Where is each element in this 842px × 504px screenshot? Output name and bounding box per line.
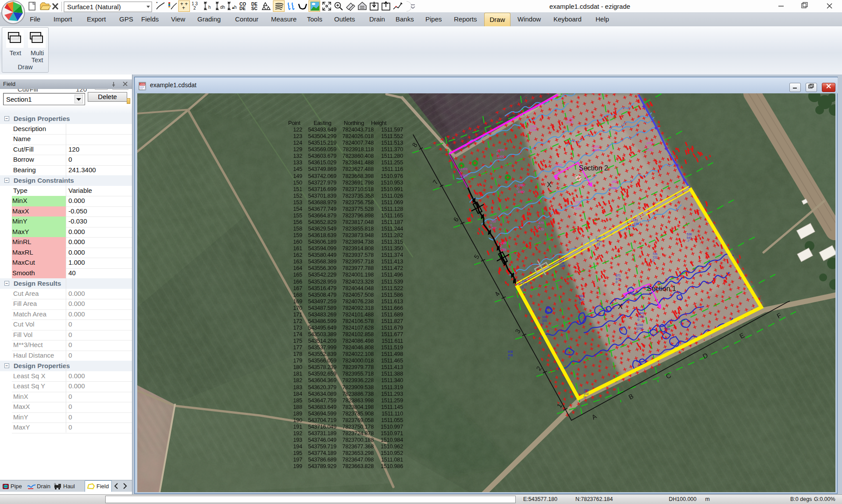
svg-text:0: 0 <box>646 145 647 148</box>
svg-text:-479: -479 <box>538 228 544 231</box>
svg-text:1246: 1246 <box>636 327 643 330</box>
svg-text:-1425: -1425 <box>554 170 562 173</box>
svg-text:-2242: -2242 <box>529 128 537 131</box>
svg-text:174: 174 <box>559 258 564 261</box>
svg-text:0: 0 <box>508 357 510 360</box>
svg-text:0: 0 <box>638 318 639 321</box>
svg-text:-289: -289 <box>500 241 506 245</box>
svg-text:298: 298 <box>559 261 564 264</box>
svg-text:718: 718 <box>665 327 670 330</box>
svg-text:331: 331 <box>542 316 547 319</box>
svg-text:-579: -579 <box>574 201 581 204</box>
svg-text:721: 721 <box>653 256 658 259</box>
svg-text:871: 871 <box>616 277 621 280</box>
svg-text:116: 116 <box>522 279 527 282</box>
svg-text:536: 536 <box>687 233 692 236</box>
svg-text:0: 0 <box>490 224 492 227</box>
svg-text:0: 0 <box>500 245 502 248</box>
svg-text:0: 0 <box>579 301 581 304</box>
svg-text:0: 0 <box>538 225 539 228</box>
svg-text:0: 0 <box>636 330 638 333</box>
svg-text:0: 0 <box>460 171 461 174</box>
svg-text:-155: -155 <box>633 222 639 225</box>
svg-text:-1970: -1970 <box>496 149 504 152</box>
svg-text:-1406: -1406 <box>591 145 599 148</box>
svg-text:193: 193 <box>633 219 638 222</box>
svg-text:331: 331 <box>542 319 547 322</box>
svg-text:408: 408 <box>508 354 513 357</box>
svg-text:-1080: -1080 <box>517 190 524 193</box>
svg-text:-707: -707 <box>490 227 496 230</box>
svg-text:408: 408 <box>508 350 513 353</box>
svg-text:-284: -284 <box>596 240 602 243</box>
svg-text:0: 0 <box>496 152 498 155</box>
svg-text:Section 1: Section 1 <box>647 285 676 292</box>
svg-text:0: 0 <box>574 204 576 207</box>
svg-text:-73: -73 <box>596 243 600 246</box>
svg-text:Surface1 (Natural): Surface1 (Natural) <box>67 3 121 11</box>
svg-text:-1406: -1406 <box>591 149 599 152</box>
svg-text:1441: 1441 <box>638 315 645 318</box>
svg-text:-479: -479 <box>538 221 544 224</box>
svg-text:718: 718 <box>665 324 670 327</box>
svg-text:0: 0 <box>522 286 524 289</box>
svg-text:0: 0 <box>542 322 544 325</box>
svg-text:202: 202 <box>584 392 589 395</box>
svg-text:-1052: -1052 <box>646 142 653 145</box>
svg-text:-124: -124 <box>559 264 565 267</box>
svg-text:X: X <box>618 303 623 310</box>
svg-text:-289: -289 <box>500 248 506 251</box>
svg-text:0: 0 <box>653 259 654 262</box>
svg-text:-7: -7 <box>687 239 689 242</box>
svg-text:-1009: -1009 <box>460 167 467 170</box>
svg-text:0: 0 <box>517 187 518 190</box>
svg-text:0: 0 <box>584 395 585 398</box>
svg-text:1246: 1246 <box>636 323 643 327</box>
svg-text:-1009: -1009 <box>460 174 467 177</box>
svg-text:123: 123 <box>522 283 527 286</box>
svg-text:541: 541 <box>687 236 692 239</box>
svg-text:1441: 1441 <box>638 312 645 315</box>
svg-text:-1342: -1342 <box>529 125 537 128</box>
svg-text:DOC: DOC <box>140 83 145 85</box>
svg-text:-707: -707 <box>490 220 496 223</box>
svg-text:210: 210 <box>596 236 601 239</box>
svg-text:-1051: -1051 <box>646 148 653 151</box>
svg-text:924: 924 <box>579 295 584 298</box>
svg-text:-1080: -1080 <box>517 184 524 187</box>
svg-text:-681: -681 <box>611 187 617 190</box>
svg-text:202: 202 <box>584 389 589 392</box>
svg-text:871: 871 <box>616 274 621 277</box>
svg-text:0: 0 <box>616 280 617 284</box>
svg-text:Section 2: Section 2 <box>579 164 608 172</box>
svg-text:-1425: -1425 <box>554 163 562 167</box>
svg-text:0: 0 <box>611 184 613 187</box>
svg-text:924: 924 <box>579 298 584 301</box>
svg-text:0: 0 <box>554 167 556 170</box>
svg-text:721: 721 <box>653 252 658 256</box>
svg-text:-681: -681 <box>611 180 617 183</box>
svg-text:X: X <box>547 181 552 188</box>
svg-text:-1970: -1970 <box>496 155 504 158</box>
svg-text:-579: -579 <box>574 207 581 210</box>
svg-text:0: 0 <box>665 330 667 334</box>
svg-text:-2130: -2130 <box>565 121 573 124</box>
svg-text:-2130: -2130 <box>565 117 573 120</box>
